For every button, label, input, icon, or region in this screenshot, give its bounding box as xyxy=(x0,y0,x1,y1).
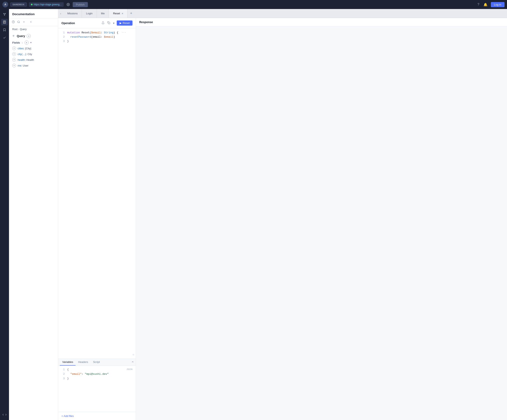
settings-button-doc[interactable] xyxy=(22,20,26,24)
copy-button[interactable] xyxy=(107,21,111,25)
var-line-2: 2 "email": "mpi@sushi.dev" xyxy=(61,372,133,376)
svg-rect-17 xyxy=(108,22,110,24)
vars-collapse-button[interactable] xyxy=(131,360,134,364)
url-text: https://api-stage.greeng... xyxy=(34,3,62,6)
sort-fields-button[interactable]: ↓ xyxy=(22,41,23,44)
vars-tabs: Variables Headers Script xyxy=(58,359,136,366)
notification-icon[interactable]: 🔔 xyxy=(483,2,488,7)
add-tab-button[interactable]: + xyxy=(127,11,135,15)
tab-reset[interactable]: Reset × xyxy=(109,9,127,18)
tab-me[interactable]: Me xyxy=(97,9,109,18)
response-content xyxy=(136,26,507,420)
svg-line-5 xyxy=(4,14,4,15)
env-badge: SANDBOX xyxy=(10,2,27,7)
tab-close-button[interactable]: × xyxy=(122,12,123,15)
breadcrumb: Root › Query xyxy=(9,26,58,32)
field-text: cities: [City] xyxy=(18,47,31,50)
icon-rail xyxy=(0,9,9,420)
pane-actions: ▾ ▶ Reset xyxy=(101,21,133,26)
doc-title: Documentation xyxy=(12,12,35,16)
run-label: Reset xyxy=(123,21,130,25)
breadcrumb-query[interactable]: Query xyxy=(20,28,27,31)
rail-icon-bookmark[interactable] xyxy=(1,27,8,33)
fields-chevron-button[interactable]: ▾ xyxy=(30,41,32,44)
svg-line-13 xyxy=(19,22,20,23)
field-add-icon: + xyxy=(12,46,16,50)
var-tab-script[interactable]: Script xyxy=(91,359,102,365)
add-files-button[interactable]: + Add files xyxy=(61,414,74,418)
var-tab-variables[interactable]: Variables xyxy=(60,359,76,365)
field-text: me: User xyxy=(18,64,28,67)
topbar-right: ? 🔔 Log in xyxy=(477,2,505,7)
add-files-bar: + Add files xyxy=(58,412,136,420)
topbar: A SANDBOX https://api-stage.greeng... Pu… xyxy=(0,0,507,9)
publish-button[interactable]: Publish xyxy=(73,2,88,7)
svg-point-14 xyxy=(24,21,24,22)
logo: A xyxy=(2,2,8,7)
fields-header: Fields ↓ + ▾ xyxy=(9,39,58,45)
var-tab-headers[interactable]: Headers xyxy=(76,359,91,365)
add-query-button[interactable]: + xyxy=(27,34,31,38)
tabs-left-collapse[interactable]: ‹ xyxy=(58,12,63,15)
operation-header: Operation ▾ xyxy=(58,18,136,28)
doc-header: Documentation xyxy=(9,9,58,18)
response-header: Response xyxy=(136,18,507,26)
operation-title: Operation xyxy=(61,21,75,25)
tabs-bar: ‹ Missions Login Me Reset × + xyxy=(58,9,507,18)
operation-pane: Operation ▾ xyxy=(58,18,136,420)
breadcrumb-root[interactable]: Root xyxy=(12,28,17,31)
json-label: JSON xyxy=(127,367,133,371)
doc-toolbar xyxy=(9,18,58,26)
field-health[interactable]: + health: Health xyxy=(9,57,58,63)
rail-icon-docs[interactable] xyxy=(1,19,8,25)
response-pane: Response xyxy=(136,18,507,420)
rail-icon-check[interactable] xyxy=(1,34,8,41)
field-me[interactable]: + me: User xyxy=(9,63,58,68)
run-button[interactable]: ▶ Reset xyxy=(117,21,133,26)
query-label: Query xyxy=(17,34,25,38)
field-text: city(…): City xyxy=(18,53,32,56)
field-city[interactable]: + city(…): City xyxy=(9,51,58,57)
svg-point-12 xyxy=(18,21,20,23)
fields-label: Fields xyxy=(12,41,20,44)
tab-login[interactable]: Login xyxy=(82,9,97,18)
field-cities[interactable]: + cities: [City] xyxy=(9,45,58,51)
url-bar: https://api-stage.greeng... xyxy=(29,2,64,7)
var-line-1: 1 { xyxy=(61,367,133,372)
add-field-button[interactable]: + xyxy=(25,41,29,45)
main-content: ‹ Missions Login Me Reset × + Operation xyxy=(58,9,507,420)
back-button[interactable] xyxy=(12,34,15,38)
collapse-doc-button[interactable] xyxy=(28,21,34,24)
code-line-1: 1 mutation Reset($email: String) { ··· xyxy=(61,31,133,35)
rail-icon-graph[interactable] xyxy=(1,11,8,18)
field-add-icon: + xyxy=(12,58,16,62)
tab-missions[interactable]: Missions xyxy=(63,9,82,18)
vars-content[interactable]: JSON 1 { 2 "email": "mpi@sushi.dev" xyxy=(58,366,136,412)
search-button[interactable] xyxy=(17,20,21,24)
split-pane: Operation ▾ xyxy=(58,18,507,420)
rail-icon-collapse[interactable] xyxy=(1,411,8,418)
history-button[interactable] xyxy=(11,20,15,24)
app-layout: Documentation xyxy=(0,9,507,420)
svg-point-0 xyxy=(68,4,69,5)
login-button[interactable]: Log in xyxy=(491,2,505,7)
settings-button[interactable] xyxy=(66,2,71,7)
variables-section: Variables Headers Script JSON 1 xyxy=(58,359,136,412)
code-line-3: 3 } xyxy=(61,39,133,44)
field-text: health: Health xyxy=(18,58,34,61)
query-nav: Query + xyxy=(9,32,58,39)
code-line-2: 2 resetPassword(email: $email) xyxy=(61,35,133,39)
code-editor[interactable]: 1 mutation Reset($email: String) { ··· 2… xyxy=(58,28,136,359)
svg-line-6 xyxy=(5,14,5,15)
field-add-icon: + xyxy=(12,52,16,56)
var-line-3: 3 } xyxy=(61,376,133,381)
help-icon[interactable]: ? xyxy=(477,2,480,7)
doc-panel: Documentation xyxy=(9,9,58,420)
share-button[interactable] xyxy=(101,21,105,25)
resize-handle[interactable]: ⊡ xyxy=(133,353,134,357)
chevron-down-icon[interactable]: ▾ xyxy=(113,21,115,25)
field-add-icon: + xyxy=(12,64,16,67)
status-dot xyxy=(31,4,33,5)
